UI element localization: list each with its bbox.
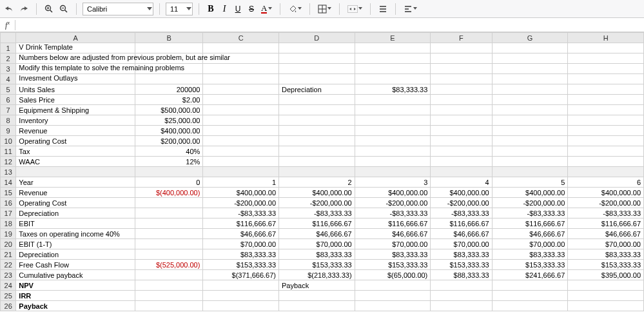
cell[interactable]: $395,000.00: [568, 270, 644, 280]
cell[interactable]: [355, 146, 431, 157]
cell[interactable]: [568, 280, 644, 291]
cell[interactable]: -$200,000.00: [431, 198, 492, 208]
italic-button[interactable]: I: [219, 3, 230, 15]
row-header[interactable]: 13: [1, 167, 16, 177]
cell[interactable]: -$83,333.33: [431, 208, 492, 218]
cell[interactable]: [279, 53, 355, 64]
cell[interactable]: $46,666.67: [431, 229, 492, 239]
col-header[interactable]: G: [492, 33, 568, 43]
col-header[interactable]: D: [279, 33, 355, 43]
cell[interactable]: 6: [568, 177, 644, 188]
cell[interactable]: -$200,000.00: [568, 198, 644, 208]
row-header[interactable]: 19: [1, 229, 16, 239]
cell[interactable]: [135, 291, 202, 301]
cell[interactable]: [279, 301, 355, 311]
row-header[interactable]: 24: [1, 280, 16, 291]
cell[interactable]: $46,666.67: [279, 229, 355, 239]
cell[interactable]: [355, 53, 431, 64]
cell[interactable]: [355, 291, 431, 301]
cell[interactable]: 4: [431, 177, 492, 188]
cell[interactable]: Operating Cost: [16, 198, 135, 208]
cell[interactable]: [355, 157, 431, 167]
cell[interactable]: EBIT (1-T): [16, 239, 135, 249]
cell[interactable]: [135, 218, 202, 229]
cell[interactable]: $400,000.00: [203, 188, 279, 198]
cell[interactable]: $83,333.33: [492, 249, 568, 260]
cell[interactable]: $83,333.33: [203, 249, 279, 260]
cell[interactable]: Depreciation: [16, 208, 135, 218]
row-header[interactable]: 6: [1, 95, 16, 105]
cell[interactable]: [355, 105, 431, 115]
cell[interactable]: Payback: [16, 301, 135, 311]
cell[interactable]: $153,333.33: [203, 260, 279, 270]
cell[interactable]: [492, 280, 568, 291]
cell[interactable]: [431, 115, 492, 126]
cell[interactable]: [279, 157, 355, 167]
cell[interactable]: [203, 95, 279, 105]
cell[interactable]: $70,000.00: [568, 239, 644, 249]
row-header[interactable]: 10: [1, 136, 16, 146]
cell[interactable]: -$83,333.33: [279, 208, 355, 218]
cell[interactable]: [135, 280, 202, 291]
cell[interactable]: $500,000.00: [135, 105, 202, 115]
cell[interactable]: [492, 84, 568, 95]
cell[interactable]: $70,000.00: [431, 239, 492, 249]
row-header[interactable]: 7: [1, 105, 16, 115]
cell[interactable]: IRR: [16, 291, 135, 301]
cell[interactable]: $46,666.67: [492, 229, 568, 239]
cell[interactable]: [568, 136, 644, 146]
cell[interactable]: [492, 64, 568, 74]
cell[interactable]: [568, 43, 644, 53]
cell[interactable]: [568, 64, 644, 74]
row-header[interactable]: 15: [1, 188, 16, 198]
undo-button[interactable]: [3, 3, 15, 15]
cell[interactable]: $25,000.00: [135, 115, 202, 126]
cell[interactable]: [431, 43, 492, 53]
col-header[interactable]: E: [355, 33, 431, 43]
cell[interactable]: [492, 53, 568, 64]
cell[interactable]: [492, 157, 568, 167]
cell[interactable]: [203, 291, 279, 301]
cell[interactable]: $200,000.00: [135, 136, 202, 146]
cell[interactable]: -$83,333.33: [568, 208, 644, 218]
cell[interactable]: [568, 74, 644, 84]
cell[interactable]: [279, 74, 355, 84]
cell[interactable]: $46,666.67: [568, 229, 644, 239]
cell[interactable]: [279, 126, 355, 136]
cell[interactable]: Invesment Outlays: [16, 74, 135, 84]
cell[interactable]: [135, 208, 202, 218]
cell[interactable]: [431, 167, 492, 177]
cell[interactable]: [568, 157, 644, 167]
col-header[interactable]: F: [431, 33, 492, 43]
cell[interactable]: $83,333.33: [568, 249, 644, 260]
cell[interactable]: $(218,333.33): [279, 270, 355, 280]
cell[interactable]: Depreciation: [279, 84, 355, 95]
cell[interactable]: [431, 291, 492, 301]
cell[interactable]: [16, 167, 135, 177]
cell[interactable]: [431, 301, 492, 311]
cell[interactable]: [431, 136, 492, 146]
cell[interactable]: $116,666.67: [568, 218, 644, 229]
cell[interactable]: -$200,000.00: [492, 198, 568, 208]
row-header[interactable]: 9: [1, 126, 16, 136]
col-header[interactable]: B: [135, 33, 202, 43]
row-header[interactable]: 16: [1, 198, 16, 208]
cell[interactable]: [492, 126, 568, 136]
cell[interactable]: 40%: [135, 146, 202, 157]
cell[interactable]: 12%: [135, 157, 202, 167]
cell[interactable]: 200000: [135, 84, 202, 95]
cell[interactable]: $83,333.33: [355, 84, 431, 95]
cell[interactable]: $116,666.67: [203, 218, 279, 229]
row-header[interactable]: 26: [1, 301, 16, 311]
cell[interactable]: [431, 95, 492, 105]
cell[interactable]: $2.00: [135, 95, 202, 105]
cell[interactable]: Payback: [279, 280, 355, 291]
cell[interactable]: [279, 95, 355, 105]
cell[interactable]: [492, 167, 568, 177]
cell[interactable]: [431, 84, 492, 95]
cell[interactable]: [203, 167, 279, 177]
cell[interactable]: [355, 43, 431, 53]
cell[interactable]: [568, 53, 644, 64]
cell[interactable]: [135, 249, 202, 260]
formula-input[interactable]: [15, 19, 644, 31]
